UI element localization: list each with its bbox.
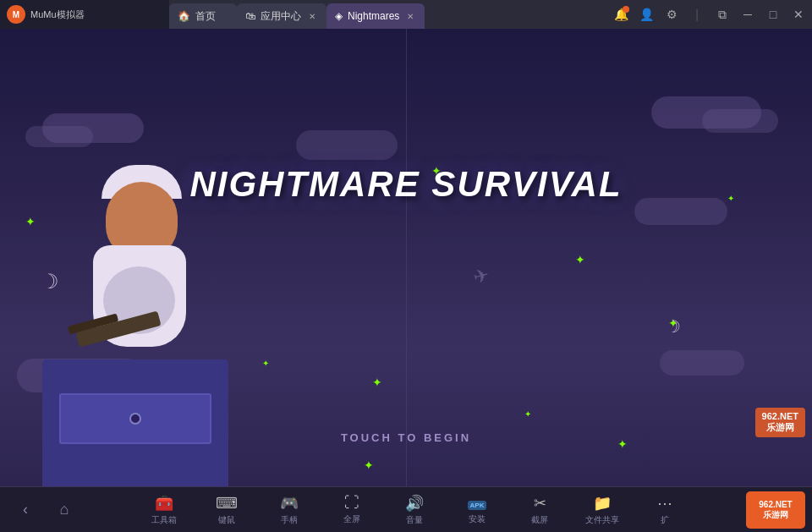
star-7: ✦	[364, 458, 374, 472]
keyboard-label: 键鼠	[218, 514, 235, 526]
gamepad-label: 手柄	[281, 514, 298, 526]
divider-line	[406, 29, 407, 486]
screenshot-label: 截屏	[531, 514, 548, 526]
volume-label: 音量	[406, 514, 423, 526]
app-center-tab-icon: 🛍	[245, 10, 255, 22]
tab-nightmares-close[interactable]: ✕	[404, 10, 416, 22]
tool-toolbox[interactable]: 🧰 工具箱	[134, 491, 194, 529]
star-3: ✦	[575, 253, 585, 266]
title-bar: M MuMu模拟器 🏠 首页 🛍 应用中心 ✕ ◈ Nightmares ✕ 🔔…	[0, 0, 812, 29]
restore-icon[interactable]: ⧉	[712, 4, 732, 25]
tab-nightmares-label: Nightmares	[348, 10, 399, 22]
divider-icon: |	[687, 4, 707, 25]
tabs-area: 🏠 首页 🛍 应用中心 ✕ ◈ Nightmares ✕	[169, 0, 611, 29]
tool-gamepad[interactable]: 🎮 手柄	[260, 491, 319, 529]
tab-nightmares[interactable]: ◈ Nightmares ✕	[326, 3, 425, 29]
tool-fileshare[interactable]: 📁 文件共享	[573, 491, 632, 529]
tool-screenshot[interactable]: ✂ 截屏	[510, 491, 569, 529]
star-5: ✦	[617, 437, 628, 451]
gamepad-icon: 🎮	[280, 494, 299, 513]
toolbar-icons: 🔔 👤 ⚙ | ⧉ ─ □ ✕	[611, 4, 812, 25]
tool-volume[interactable]: 🔊 音量	[385, 491, 444, 529]
star-10: ✦	[524, 409, 531, 419]
logo-icon: M	[7, 5, 25, 24]
cloud-6	[634, 198, 727, 225]
notification-icon[interactable]: 🔔	[611, 4, 631, 25]
toolbox-label: 工具箱	[151, 514, 177, 526]
settings-icon[interactable]: ⚙	[661, 4, 682, 25]
tab-app-center[interactable]: 🛍 应用中心 ✕	[237, 3, 326, 29]
apk-label: 安装	[469, 513, 486, 525]
tool-more[interactable]: ⋯ 扩	[635, 491, 694, 529]
cloud-2	[25, 126, 93, 147]
cloud-7	[660, 350, 744, 376]
fullscreen-icon: ⛶	[344, 494, 359, 512]
volume-icon: 🔊	[405, 494, 424, 513]
maximize-icon[interactable]: □	[763, 4, 783, 25]
watermark-box: 962.NET 乐游网	[755, 408, 805, 437]
touch-to-begin[interactable]: TOUCH TO BEGIN	[341, 431, 471, 444]
fileshare-label: 文件共享	[585, 514, 619, 526]
tool-fullscreen[interactable]: ⛶ 全屏	[322, 491, 381, 529]
toolbar-tools: 🧰 工具箱 ⌨ 键鼠 🎮 手柄 ⛶ 全屏 🔊 音量 APK 安装 ✂ 截屏 📁	[85, 491, 744, 529]
tab-app-center-label: 应用中心	[261, 9, 301, 24]
tool-keyboard[interactable]: ⌨ 键鼠	[197, 491, 256, 529]
apk-icon: APK	[468, 494, 487, 512]
star-9: ✦	[262, 359, 269, 368]
moon-2: ☽	[666, 316, 681, 337]
minimize-icon[interactable]: ─	[738, 4, 758, 25]
keyboard-icon: ⌨	[216, 494, 238, 513]
watermark-line2: 乐游网	[762, 421, 798, 434]
watermark: 962.NET 乐游网	[755, 408, 805, 437]
home-button[interactable]: ⌂	[46, 493, 83, 527]
star-4: ✦	[372, 376, 382, 389]
star-1: ✦	[25, 215, 36, 228]
cloud-5	[702, 109, 778, 133]
back-button[interactable]: ‹	[7, 493, 44, 527]
close-icon[interactable]: ✕	[788, 4, 809, 25]
toolbox-icon: 🧰	[155, 494, 173, 513]
more-icon: ⋯	[657, 494, 672, 513]
user-icon[interactable]: 👤	[636, 4, 656, 25]
screenshot-icon: ✂	[534, 494, 546, 513]
game-title: NIGHTMARE SURVIVAL	[189, 164, 622, 205]
brand-logo: 962.NET 乐游网	[746, 491, 805, 529]
fullscreen-label: 全屏	[343, 513, 360, 525]
star-11: ✦	[727, 194, 734, 203]
brand-line2: 乐游网	[759, 510, 792, 520]
watermark-line1: 962.NET	[762, 411, 798, 421]
logo-area: M MuMu模拟器	[0, 0, 169, 29]
notif-badge	[623, 6, 629, 13]
logo-text: MuMu模拟器	[30, 8, 85, 21]
tool-apk[interactable]: APK 安装	[447, 491, 507, 529]
tab-home[interactable]: 🏠 首页	[169, 3, 237, 29]
bottom-bar: ‹ ⌂ 🧰 工具箱 ⌨ 键鼠 🎮 手柄 ⛶ 全屏 🔊 音量 APK 安装 ✂ 截…	[0, 486, 812, 532]
fileshare-icon: 📁	[593, 494, 612, 513]
brand-line1: 962.NET	[759, 500, 792, 510]
home-tab-icon: 🏠	[178, 10, 190, 22]
tab-home-label: 首页	[195, 9, 216, 24]
character	[51, 165, 245, 436]
nightmares-tab-icon: ◈	[335, 10, 343, 22]
tab-app-center-close[interactable]: ✕	[306, 10, 318, 22]
cloud-8	[296, 130, 398, 160]
more-label: 扩	[661, 514, 669, 526]
game-area[interactable]: ✦ ✦ ✦ ✦ ✦ ✦ ✦ ✦ ✦ ✦ ✦ ☽ ☽ ✈ NIGHTMARE SU…	[0, 29, 812, 486]
